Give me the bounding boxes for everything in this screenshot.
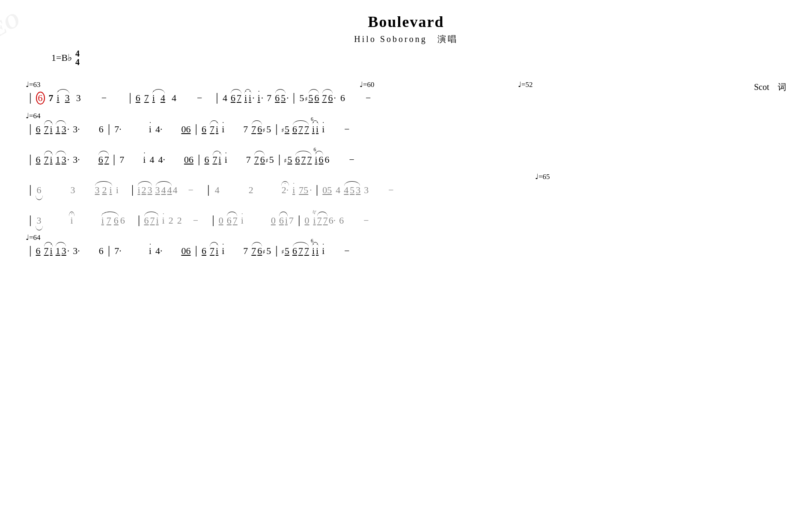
row-2-notes: | 6 7 i 1 3 · 3· 6 — [26, 123, 786, 135]
watermark-text: EO — [0, 7, 24, 42]
row-4-notes: | 6 3 3 2 i i | — [26, 183, 786, 196]
row-6-notes: | 6 7 i 1 3 · 3· 6 | — [26, 244, 786, 257]
music-row-1: ♩=63 ♩=60 ♩=52 | 6 7 i 3 — [26, 79, 786, 105]
music-section: ♩=63 ♩=60 ♩=52 | 6 7 i 3 — [26, 79, 786, 257]
note-3-gray: 3 — [71, 185, 75, 196]
key-time-row: 1=B♭ 4 4 — [51, 49, 786, 66]
watermark: EO — [0, 0, 68, 69]
note-6-gray: 6 — [37, 185, 42, 196]
tempo-row2: ♩=64 — [26, 111, 41, 120]
row-3-notes: | 6 7 i 1 3 · 3· 6 — [26, 153, 786, 165]
song-title: Boulevard — [26, 13, 786, 31]
tempo-3: ♩=52 — [518, 80, 533, 89]
row-5-notes: | 3 i i 7 6 6 — [26, 214, 786, 226]
time-numerator: 4 — [75, 49, 80, 58]
music-row-6: ♩=64 | 6 7 i 1 3 · 3· — [26, 232, 786, 257]
time-denominator: 4 — [75, 58, 80, 66]
note-7: 7 — [49, 93, 54, 104]
subtitle: Hilo Soborong 演唱 — [26, 33, 786, 45]
music-row-4: | 6 3 3 2 i i | — [26, 171, 786, 196]
tempo-row4: ♩=65 — [535, 172, 550, 181]
time-signature: 4 4 — [75, 49, 80, 66]
music-row-2: ♩=64 | 6 7 i 1 3 · 3· — [26, 111, 786, 135]
tempo-1: ♩=63 — [26, 80, 41, 89]
music-row-3: | 6 7 i 1 3 · 3· 6 — [26, 141, 786, 165]
note-6-red: 6 — [36, 92, 45, 105]
row-1-notes: | 6 7 i 3 3 − | 6 — [26, 91, 786, 105]
music-row-5: | 3 i i 7 6 6 — [26, 202, 786, 226]
tempo-row6: ♩=64 — [26, 233, 41, 242]
title-section: Boulevard Hilo Soborong 演唱 — [26, 13, 786, 45]
tempo-2: ♩=60 — [360, 80, 375, 89]
